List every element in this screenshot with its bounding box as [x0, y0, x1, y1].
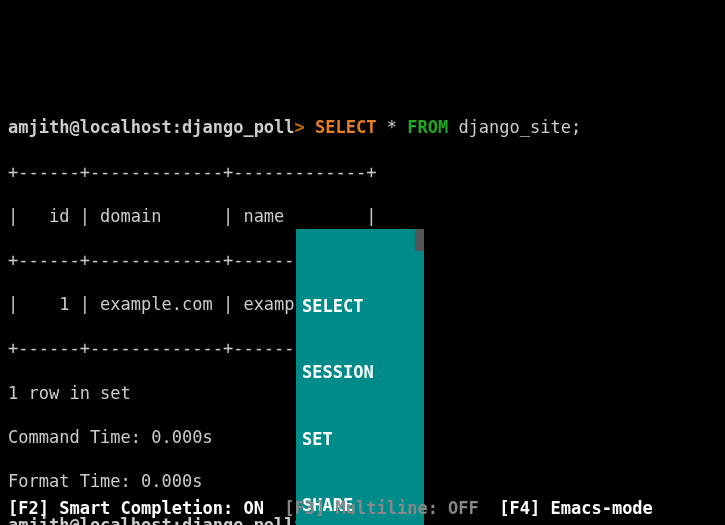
- autocomplete-scrollbar[interactable]: [415, 229, 424, 251]
- sql-keyword-select: SELECT: [315, 117, 376, 137]
- autocomplete-item[interactable]: SESSION: [296, 361, 424, 383]
- footer-emacs-mode[interactable]: [F4] Emacs-mode: [499, 498, 653, 518]
- table-header: | id | domain | name |: [8, 205, 717, 227]
- footer-bar: [F2] Smart Completion: ON [F3] Multiline…: [8, 497, 717, 519]
- sql-table-name: django_site;: [448, 117, 581, 137]
- prompt-line-1: amjith@localhost:django_poll> SELECT * F…: [8, 116, 717, 138]
- table-sep-top: +------+-------------+-------------+: [8, 161, 717, 183]
- autocomplete-item[interactable]: SELECT: [296, 295, 424, 317]
- footer-smart-completion[interactable]: [F2] Smart Completion: ON: [8, 498, 264, 518]
- sql-keyword-from: FROM: [407, 117, 448, 137]
- prompt-user-host-db: amjith@localhost:django_poll: [8, 117, 295, 137]
- footer-gap: [264, 498, 284, 518]
- footer-multiline[interactable]: [F3] Multiline: OFF: [284, 498, 478, 518]
- sql-star: *: [376, 117, 407, 137]
- footer-gap: [479, 498, 499, 518]
- autocomplete-item[interactable]: SET: [296, 428, 424, 450]
- prompt-symbol: >: [295, 117, 315, 137]
- autocomplete-popup[interactable]: SELECT SESSION SET SHARE SHOW SIZE SMALL…: [296, 229, 424, 525]
